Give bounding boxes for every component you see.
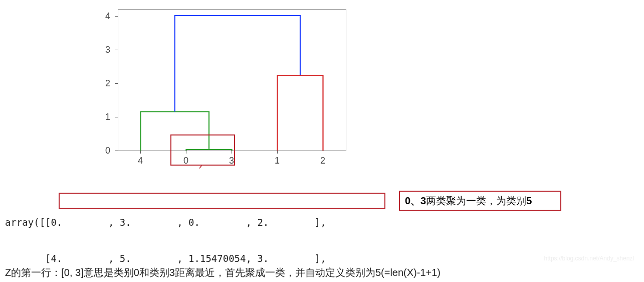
annotation-box: 0、3两类聚为一类，为类别5: [399, 191, 561, 211]
y-tick-0: 0: [105, 146, 110, 156]
x-label-3: 1: [275, 156, 280, 166]
y-tick-1: 1: [105, 112, 110, 122]
highlight-box-chart: [170, 134, 235, 166]
array-row-0: array([[0. , 3. , 0. , 2. ],: [5, 215, 332, 229]
x-label-0: 4: [138, 156, 143, 166]
note-bold-2: 5: [526, 195, 532, 206]
cluster-blue: [175, 16, 300, 112]
x-label-4: 2: [320, 156, 325, 166]
cluster-red: [278, 75, 323, 151]
caption-text: Z的第一行：[0, 3]意思是类别0和类别3距离最近，首先聚成一类，并自动定义类…: [5, 266, 441, 279]
y-tick-3: 3: [105, 45, 110, 55]
figure-container: 0 1 2 3 4 4 0 3 1 2: [5, 5, 639, 277]
note-mid: 两类聚为一类，为类别: [426, 195, 526, 206]
note-bold-1: 0、3: [405, 195, 426, 206]
watermark: https://blog.csdn.net/Andy_shenzl: [544, 255, 634, 262]
y-tick-4: 4: [105, 11, 110, 22]
y-tick-2: 2: [105, 78, 110, 89]
dendrogram-svg: [118, 9, 346, 151]
array-row-1: [4. , 5. , 1.15470054, 3. ],: [5, 251, 332, 265]
highlight-box-row: [59, 193, 385, 209]
